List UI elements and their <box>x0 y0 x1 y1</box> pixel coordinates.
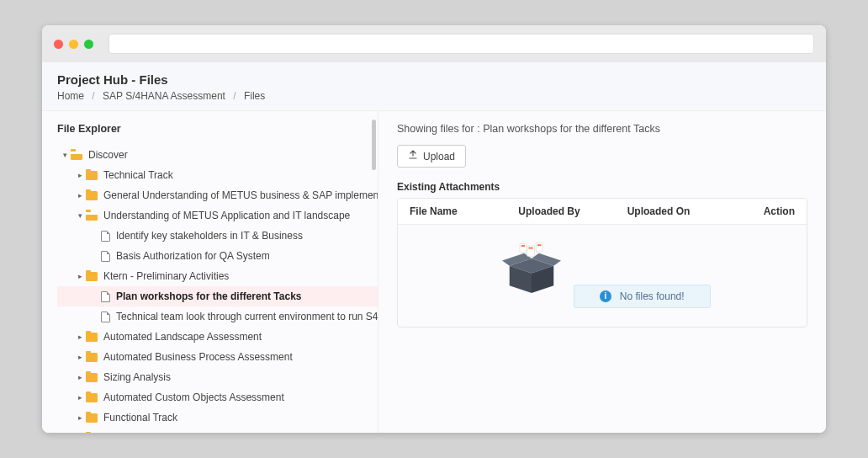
upload-icon <box>408 150 418 162</box>
tree-label: Plan workshops for the different Tacks <box>116 290 302 302</box>
tree-folder[interactable]: ▸Ktern - Preliminary Activities <box>57 266 378 286</box>
tree-folder[interactable]: ▸Solution Documentation & Verification <box>57 428 378 433</box>
upload-button[interactable]: Upload <box>397 145 466 168</box>
folder-icon <box>86 333 98 342</box>
empty-state: i No files found! <box>398 225 807 327</box>
browser-chrome <box>42 25 826 62</box>
caret-icon: ▸ <box>76 272 84 280</box>
attachments-table: File Name Uploaded By Uploaded On Action <box>397 198 807 328</box>
maximize-window-icon[interactable] <box>84 40 93 49</box>
folder-icon <box>86 171 98 180</box>
file-tree: ▾Discover▸Technical Track▸General Unders… <box>57 145 378 433</box>
tree-folder[interactable]: ▸Automated Business Process Assessment <box>57 347 378 367</box>
breadcrumb-item[interactable]: SAP S/4HANA Assessment <box>103 90 225 102</box>
tree-label: Automated Landscape Assessment <box>103 331 262 343</box>
no-files-pill: i No files found! <box>574 285 711 308</box>
svg-rect-8 <box>537 244 541 246</box>
tree-folder[interactable]: ▸Technical Track <box>57 165 378 185</box>
tree-label: Solution Documentation & Verification <box>103 432 273 433</box>
table-header: File Name Uploaded By Uploaded On Action <box>398 199 807 225</box>
caret-icon: ▸ <box>76 413 84 422</box>
address-bar[interactable] <box>108 34 814 54</box>
file-icon <box>101 231 110 242</box>
tree-folder[interactable]: ▸Automated Custom Objects Assessment <box>57 387 378 407</box>
browser-window: Project Hub - Files Home / SAP S/4HANA A… <box>42 25 826 433</box>
col-uploaded-on: Uploaded On <box>627 205 736 217</box>
caret-icon: ▸ <box>76 373 84 381</box>
file-explorer-title: File Explorer <box>57 123 378 135</box>
col-file-name: File Name <box>410 205 518 217</box>
breadcrumb-item: Files <box>244 90 265 102</box>
svg-rect-9 <box>520 243 527 253</box>
caret-icon: ▸ <box>76 393 84 402</box>
file-icon <box>101 251 110 262</box>
tree-label: Understanding of METUS Application and I… <box>103 210 350 221</box>
breadcrumb-sep: / <box>233 90 236 102</box>
folder-icon <box>86 211 98 221</box>
upload-label: Upload <box>423 151 455 162</box>
breadcrumb-sep: / <box>92 90 94 102</box>
svg-rect-10 <box>521 245 525 247</box>
info-icon: i <box>600 290 611 302</box>
tree-file[interactable]: Basis Authorization for QA System <box>57 246 378 266</box>
tree-folder[interactable]: ▸General Understanding of METUS business… <box>57 185 378 205</box>
close-window-icon[interactable] <box>54 40 63 49</box>
file-icon <box>101 291 110 302</box>
caret-icon: ▸ <box>76 191 84 200</box>
showing-prefix: Showing files for : <box>397 123 483 135</box>
tree-label: Sizing Analysis <box>103 371 171 383</box>
tree-folder[interactable]: ▾Discover <box>57 145 378 165</box>
folder-icon <box>86 191 98 200</box>
no-files-text: No files found! <box>620 290 685 302</box>
folder-icon <box>86 393 98 402</box>
svg-rect-7 <box>537 243 543 253</box>
content-split: File Explorer ▾Discover▸Technical Track▸… <box>42 111 826 433</box>
window-controls <box>54 40 93 49</box>
folder-icon <box>71 151 82 160</box>
tree-file[interactable]: Plan workshops for the different Tacks <box>57 286 378 306</box>
caret-icon: ▾ <box>76 211 84 220</box>
tree-folder[interactable]: ▾Understanding of METUS Application and … <box>57 205 378 226</box>
caret-icon: ▸ <box>76 171 84 179</box>
col-uploaded-by: Uploaded By <box>518 205 627 217</box>
scrollbar-thumb[interactable] <box>372 120 376 170</box>
folder-icon <box>86 353 98 362</box>
file-icon <box>101 312 110 322</box>
folder-icon <box>86 373 98 382</box>
tree-label: Functional Track <box>103 412 177 423</box>
file-explorer-pane: File Explorer ▾Discover▸Technical Track▸… <box>42 111 378 433</box>
caret-icon: ▸ <box>76 333 84 341</box>
tree-folder[interactable]: ▸Sizing Analysis <box>57 367 378 387</box>
tree-label: Discover <box>88 149 128 161</box>
empty-box-icon <box>494 240 569 299</box>
col-action: Action <box>736 205 795 217</box>
tree-label: Identify key stakeholders in IT & Busine… <box>116 230 303 242</box>
svg-rect-6 <box>529 248 533 249</box>
tree-label: Technical team look through current envi… <box>116 311 378 322</box>
tree-label: Basis Authorization for QA System <box>116 250 270 262</box>
breadcrumb-item[interactable]: Home <box>57 90 84 102</box>
tree-folder[interactable]: ▸Automated Landscape Assessment <box>57 327 378 347</box>
caret-icon: ▸ <box>76 353 84 361</box>
showing-for-label: Showing files for : Plan workshops for t… <box>397 123 807 135</box>
files-pane: Showing files for : Plan workshops for t… <box>378 111 826 433</box>
tree-file[interactable]: Identify key stakeholders in IT & Busine… <box>57 226 378 246</box>
tree-label: Automated Business Process Assessment <box>103 351 293 363</box>
caret-icon: ▾ <box>61 151 69 159</box>
minimize-window-icon[interactable] <box>69 40 78 49</box>
breadcrumb: Home / SAP S/4HANA Assessment / Files <box>57 90 811 102</box>
folder-icon <box>86 272 98 281</box>
existing-attachments-label: Existing Attachments <box>397 181 807 193</box>
tree-folder[interactable]: ▸Functional Track <box>57 407 378 428</box>
tree-label: General Understanding of METUS business … <box>103 189 378 201</box>
tree-file[interactable]: Technical team look through current envi… <box>57 306 378 327</box>
tree-label: Technical Track <box>103 169 173 181</box>
tree-label: Automated Custom Objects Assessment <box>103 391 284 403</box>
folder-icon <box>86 413 98 423</box>
viewport: Project Hub - Files Home / SAP S/4HANA A… <box>42 62 826 433</box>
page-title: Project Hub - Files <box>57 72 811 87</box>
tree-label: Ktern - Preliminary Activities <box>103 270 229 282</box>
showing-target: Plan workshops for the different Tacks <box>483 123 660 135</box>
page-header: Project Hub - Files Home / SAP S/4HANA A… <box>42 62 826 111</box>
